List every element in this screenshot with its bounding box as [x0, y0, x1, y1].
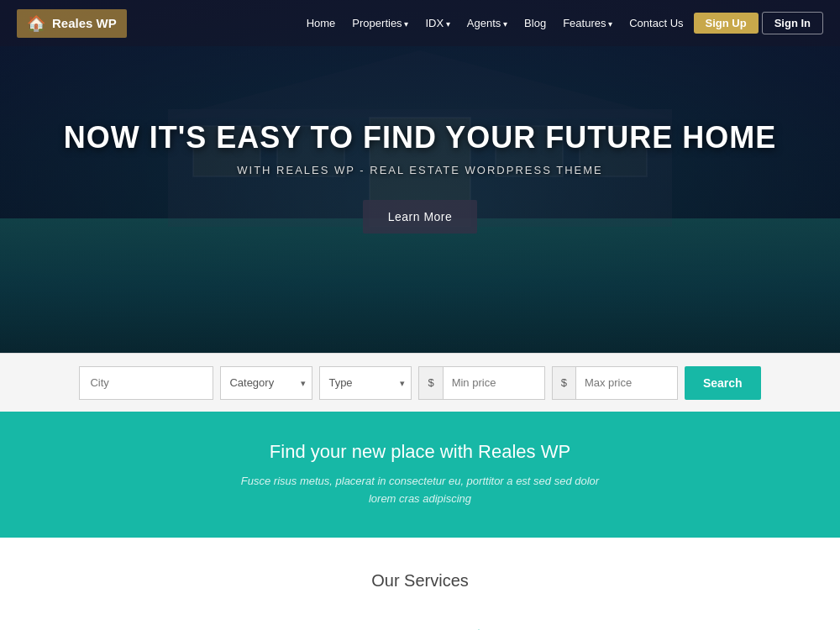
min-price-currency: $: [419, 367, 443, 399]
teal-description: Fusce risus metus, placerat in consectet…: [17, 473, 823, 508]
max-price-input[interactable]: [576, 367, 677, 399]
location-icon: [218, 624, 269, 630]
nav-contact[interactable]: Contact Us: [622, 13, 690, 33]
cloud-icon: [571, 624, 622, 630]
teal-section: Find your new place with Reales WP Fusce…: [0, 412, 840, 538]
services-icons: [17, 624, 823, 630]
signup-button[interactable]: Sign Up: [694, 13, 759, 34]
max-price-group: $: [552, 366, 678, 400]
nav-properties[interactable]: Properties: [345, 13, 415, 33]
category-select-wrapper: Category Residential Commercial Industri…: [220, 366, 312, 400]
logo[interactable]: 🏠 Reales WP: [17, 9, 127, 38]
signin-button[interactable]: Sign In: [762, 12, 823, 34]
nav-home[interactable]: Home: [300, 13, 343, 33]
service-agent: [336, 624, 386, 630]
city-input[interactable]: [79, 366, 213, 400]
min-price-group: $: [418, 366, 544, 400]
hero-subtitle: WITH REALES WP - REAL ESTATE WORDPRESS T…: [237, 164, 602, 176]
services-section: Our Services: [0, 538, 840, 630]
hero-title: NOW IT'S EASY TO FIND YOUR FUTURE HOME: [64, 120, 777, 155]
brand-name: Reales WP: [52, 16, 117, 30]
services-title: Our Services: [17, 571, 823, 591]
teal-title: Find your new place with Reales WP: [17, 441, 823, 463]
search-bar: Category Residential Commercial Industri…: [0, 353, 840, 412]
nav-agents[interactable]: Agents: [460, 13, 514, 33]
main-nav: Home Properties IDX Agents Blog Features…: [300, 12, 823, 34]
service-location: [218, 624, 269, 630]
service-cloud: [571, 624, 622, 630]
service-home: [454, 624, 504, 630]
category-select[interactable]: Category Residential Commercial Industri…: [220, 366, 312, 400]
learn-more-button[interactable]: Learn More: [363, 200, 478, 234]
hero-content: NOW IT'S EASY TO FIND YOUR FUTURE HOME W…: [0, 0, 840, 353]
hero-section: NOW IT'S EASY TO FIND YOUR FUTURE HOME W…: [0, 0, 840, 353]
max-price-currency: $: [553, 367, 576, 399]
home-icon: 🏠: [27, 14, 45, 33]
nav-features[interactable]: Features: [556, 13, 619, 33]
nav-blog[interactable]: Blog: [517, 13, 553, 33]
type-select[interactable]: Type Buy Rent Sale: [319, 366, 412, 400]
min-price-input[interactable]: [444, 367, 544, 399]
home-service-icon: [454, 624, 504, 630]
type-select-wrapper: Type Buy Rent Sale: [319, 366, 412, 400]
search-button[interactable]: Search: [685, 366, 761, 400]
agent-icon: [336, 624, 386, 630]
header: 🏠 Reales WP Home Properties IDX Agents B…: [0, 0, 840, 46]
nav-idx[interactable]: IDX: [418, 13, 456, 33]
